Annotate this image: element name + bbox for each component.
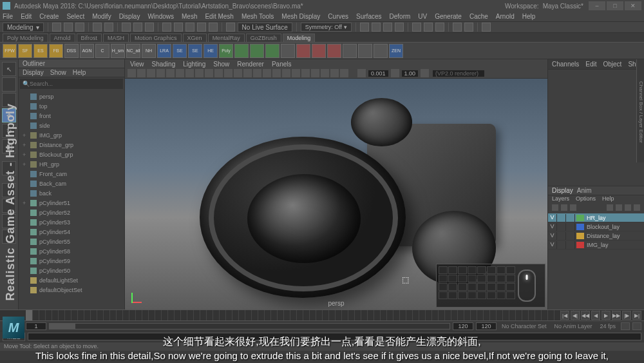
outliner-node-pCylinder53[interactable]: pCylinder53 bbox=[19, 217, 124, 227]
go-end-button[interactable]: ▶| bbox=[632, 311, 641, 320]
outliner-node-Blockout_grp[interactable]: +Blockout_grp bbox=[19, 150, 124, 159]
vp-exposure-value[interactable]: 0.001 bbox=[368, 70, 388, 77]
vp-isolate-icon[interactable] bbox=[282, 69, 290, 77]
outliner-tree[interactable]: persptopfrontside+IMG_grp+Distance_grp+B… bbox=[19, 90, 124, 309]
shelf-tab-mentalray[interactable]: MentalRay bbox=[208, 34, 245, 42]
shelf-button-8[interactable]: NC_all bbox=[126, 44, 140, 58]
prev-key-button[interactable]: ◀◀ bbox=[581, 311, 590, 320]
shelf-tab-bifrost[interactable]: Bifrost bbox=[77, 34, 102, 42]
layer-Blockout_lay[interactable]: VBlockout_lay bbox=[548, 222, 644, 231]
vp-motion-blur-icon[interactable] bbox=[330, 69, 339, 77]
layer-HR_lay[interactable]: VHR_lay bbox=[548, 213, 644, 222]
vp-gate-mask-icon[interactable] bbox=[205, 69, 213, 77]
minimize-button[interactable]: – bbox=[589, 1, 605, 10]
snap-view-icon[interactable] bbox=[209, 23, 218, 32]
object-menu[interactable]: Object bbox=[603, 61, 622, 68]
vp-smooth-shade-icon[interactable] bbox=[253, 69, 261, 77]
lasso-icon[interactable] bbox=[133, 23, 142, 32]
shelf-button-2[interactable]: ES bbox=[33, 44, 48, 58]
panel-layout-3-icon[interactable] bbox=[435, 23, 444, 32]
play-fwd-button[interactable]: ▶ bbox=[601, 311, 611, 320]
toggle-channelbox-icon[interactable] bbox=[453, 23, 462, 32]
channels-menu[interactable]: Channels bbox=[552, 61, 579, 68]
show-menu[interactable]: Show bbox=[213, 61, 229, 68]
vp-use-lights-icon[interactable] bbox=[263, 69, 271, 77]
outliner-node-pCylinder54[interactable]: pCylinder54 bbox=[19, 227, 124, 237]
outliner-node-back[interactable]: back bbox=[19, 188, 124, 198]
shelf-button-19[interactable] bbox=[296, 44, 310, 58]
shelf-button-17[interactable] bbox=[265, 44, 279, 58]
vp-shadows-icon[interactable] bbox=[272, 69, 281, 77]
options-menu[interactable]: Options bbox=[576, 195, 596, 204]
shelf-button-22[interactable] bbox=[343, 44, 357, 58]
menu-mesh-display[interactable]: Mesh Display bbox=[281, 13, 320, 20]
shelf-button-0[interactable]: FPW bbox=[3, 44, 17, 58]
outliner-node-side[interactable]: side bbox=[19, 121, 124, 130]
menu-uv[interactable]: UV bbox=[418, 13, 427, 20]
move-up-layer-icon[interactable] bbox=[561, 204, 567, 211]
snap-grid-icon[interactable] bbox=[162, 23, 171, 32]
menu-generate[interactable]: Generate bbox=[435, 13, 462, 20]
vp-bookmark-icon[interactable] bbox=[137, 69, 146, 77]
edit-menu[interactable]: Edit bbox=[585, 61, 596, 68]
save-scene-icon[interactable] bbox=[75, 23, 84, 32]
right-side-strip[interactable]: Channel Box / Layer Editor bbox=[636, 59, 644, 162]
mode-dropdown[interactable]: Modeling ▾ bbox=[3, 23, 44, 32]
live-surface-dropdown[interactable]: No Live Surface bbox=[238, 23, 292, 32]
outliner-node-defaultObjectSet[interactable]: defaultObjectSet bbox=[19, 285, 124, 295]
outliner-node-IMG_grp[interactable]: +IMG_grp bbox=[19, 130, 124, 140]
shelf-tab-arnold[interactable]: Arnold bbox=[50, 34, 75, 42]
outliner-node-Front_cam[interactable]: Front_cam bbox=[19, 169, 124, 179]
outliner-node-persp[interactable]: persp bbox=[19, 92, 124, 101]
shelf-button-20[interactable] bbox=[312, 44, 326, 58]
layer-Distance_lay[interactable]: VDistance_lay bbox=[548, 231, 644, 240]
layers-menu[interactable]: Layers bbox=[552, 195, 569, 204]
shelf-tab-gozbrush[interactable]: GoZBrush bbox=[246, 34, 281, 42]
shelf-button-24[interactable] bbox=[374, 44, 388, 58]
outliner-node-defaultLightSet[interactable]: defaultLightSet bbox=[19, 275, 124, 285]
shelf-button-4[interactable]: DSS bbox=[64, 44, 79, 58]
snap-plane-icon[interactable] bbox=[197, 23, 206, 32]
fps-dropdown[interactable]: 24 fps bbox=[597, 323, 618, 329]
vp-grease-pencil-icon[interactable] bbox=[166, 69, 175, 77]
vp-safe-action-icon[interactable] bbox=[224, 69, 232, 77]
outliner-node-pCylinder50[interactable]: pCylinder50 bbox=[19, 266, 124, 275]
shelf-button-15[interactable] bbox=[234, 44, 249, 58]
menu-modify[interactable]: Modify bbox=[92, 13, 111, 20]
vp-xray-icon[interactable] bbox=[292, 69, 300, 77]
vp-select-camera-icon[interactable] bbox=[128, 69, 136, 77]
menu-mesh-tools[interactable]: Mesh Tools bbox=[242, 13, 274, 20]
next-key-button[interactable]: ▶▶ bbox=[612, 311, 621, 320]
construction-history-icon[interactable] bbox=[360, 23, 369, 32]
menu-select[interactable]: Select bbox=[66, 13, 84, 20]
anim-tab[interactable]: Anim bbox=[577, 187, 592, 194]
vp-xray-joints-icon[interactable] bbox=[301, 69, 310, 77]
vp-exposure-icon[interactable] bbox=[357, 69, 366, 77]
menu-help[interactable]: Help bbox=[522, 13, 536, 20]
undo-icon[interactable] bbox=[93, 23, 102, 32]
snap-curve-icon[interactable] bbox=[174, 23, 183, 32]
menu-file[interactable]: File bbox=[3, 13, 13, 20]
view-menu[interactable]: View bbox=[130, 61, 144, 68]
range-slider-track[interactable] bbox=[49, 323, 450, 329]
lighting-menu[interactable]: Lighting bbox=[183, 61, 205, 68]
menu-surfaces[interactable]: Surfaces bbox=[356, 13, 381, 20]
new-layer-icon[interactable] bbox=[552, 204, 558, 211]
symmetry-dropdown[interactable]: Symmetry: Off ▾ bbox=[301, 23, 352, 32]
renderer-menu[interactable]: Renderer bbox=[237, 61, 264, 68]
playback-end[interactable]: 120 bbox=[453, 322, 473, 330]
render-settings-icon[interactable] bbox=[395, 23, 404, 32]
vp-view-transform-icon[interactable] bbox=[421, 69, 429, 77]
shelf-button-16[interactable] bbox=[250, 44, 264, 58]
maximize-button[interactable]: □ bbox=[607, 1, 623, 10]
shelf-tab-poly-modeling[interactable]: Poly Modeling bbox=[3, 34, 48, 42]
select-tool[interactable]: ↖ bbox=[2, 62, 16, 76]
open-scene-icon[interactable] bbox=[64, 23, 73, 32]
shelf-button-5[interactable]: AGN bbox=[80, 44, 94, 58]
shelf-button-13[interactable]: HE bbox=[204, 44, 218, 58]
vp-grid-icon[interactable] bbox=[176, 69, 184, 77]
range-end[interactable]: 120 bbox=[476, 322, 497, 330]
panel-layout-2-icon[interactable] bbox=[424, 23, 433, 32]
outliner-node-pCylinder51[interactable]: +pCylinder51 bbox=[19, 198, 124, 208]
outliner-node-front[interactable]: front bbox=[19, 111, 124, 121]
